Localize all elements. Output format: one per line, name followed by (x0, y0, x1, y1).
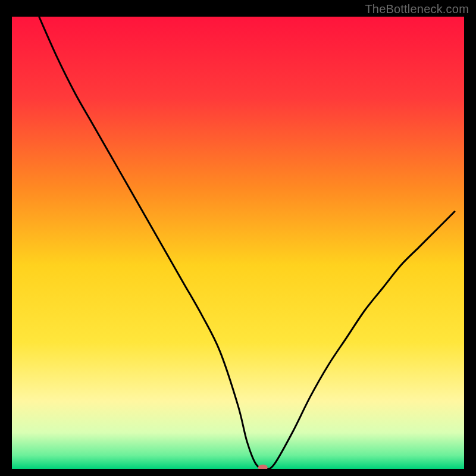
watermark-text: TheBottleneck.com (365, 2, 469, 16)
plot-area (12, 17, 464, 469)
bottleneck-chart (12, 17, 464, 469)
gradient-background (12, 17, 464, 469)
chart-frame: TheBottleneck.com (0, 0, 476, 476)
